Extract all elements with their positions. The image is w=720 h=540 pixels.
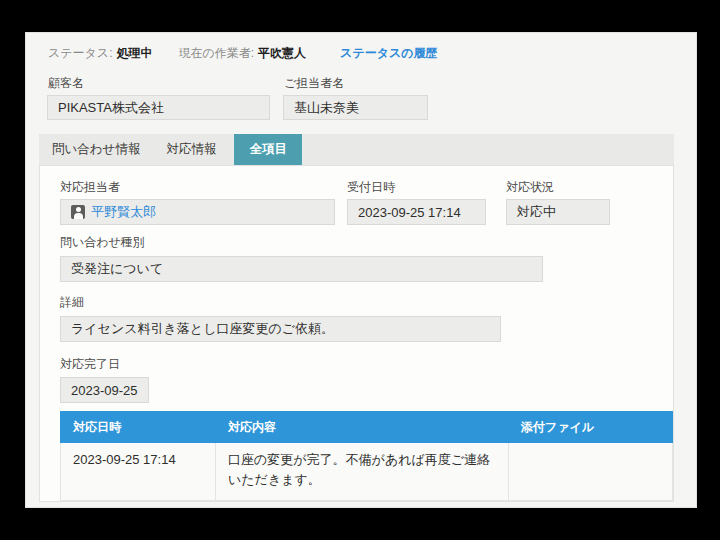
- status-bar: ステータス: 処理中 現在の作業者: 平吹憲人 ステータスの履歴: [48, 45, 438, 62]
- status-segment: ステータス: 処理中: [48, 45, 152, 62]
- detail-label: 詳細: [60, 294, 84, 311]
- assignee-field: 平野賢太郎: [60, 199, 335, 225]
- column-header-response-datetime: 対応日時: [61, 412, 216, 443]
- tab-inquiry-info[interactable]: 問い合わせ情報: [39, 134, 153, 165]
- status-history-link[interactable]: ステータスの履歴: [340, 45, 437, 62]
- detail-value: ライセンス料引き落とし口座変更のご依頼。: [71, 320, 334, 338]
- worker-value: 平吹憲人: [258, 45, 306, 62]
- worker-label: 現在の作業者:: [178, 45, 254, 62]
- received-datetime-value: 2023-09-25 17:14: [358, 205, 461, 220]
- customer-name-label: 顧客名: [48, 75, 84, 92]
- user-icon: [71, 205, 85, 219]
- response-status-value: 対応中: [517, 203, 556, 221]
- contact-name-field: 基山未奈美: [283, 95, 428, 120]
- column-header-response-content: 対応内容: [216, 412, 509, 443]
- worker-segment: 現在の作業者: 平吹憲人: [178, 45, 306, 62]
- tab-panel-all-fields: 対応担当者 平野賢太郎 受付日時 2023-09-25 17:14 対応状況 対…: [39, 165, 674, 502]
- contact-name-value: 基山未奈美: [294, 99, 359, 117]
- cell-attachment: [509, 443, 673, 501]
- customer-name-value: PIKASTA株式会社: [58, 99, 164, 117]
- received-datetime-field: 2023-09-25 17:14: [347, 199, 486, 225]
- column-header-attachment: 添付ファイル: [509, 412, 673, 443]
- detail-field: ライセンス料引き落とし口座変更のご依頼。: [60, 316, 501, 342]
- status-value: 処理中: [116, 45, 152, 62]
- inquiry-type-label: 問い合わせ種別: [60, 234, 145, 251]
- received-datetime-label: 受付日時: [347, 179, 395, 196]
- completed-date-value: 2023-09-25: [71, 383, 138, 398]
- completed-date-field: 2023-09-25: [60, 377, 149, 403]
- status-label: ステータス:: [48, 45, 112, 62]
- response-status-field: 対応中: [506, 199, 610, 225]
- cell-response-content: 口座の変更が完了。不備があれば再度ご連絡いただきます。: [216, 443, 509, 501]
- record-window: ステータス: 処理中 現在の作業者: 平吹憲人 ステータスの履歴 顧客名 PIK…: [25, 32, 697, 508]
- cell-response-datetime: 2023-09-25 17:14: [61, 443, 216, 501]
- response-status-label: 対応状況: [506, 179, 554, 196]
- contact-name-label: ご担当者名: [284, 75, 344, 92]
- assignee-label: 対応担当者: [60, 179, 120, 196]
- inquiry-type-value: 受発注について: [71, 260, 163, 278]
- tab-all-fields[interactable]: 全項目: [234, 134, 302, 165]
- table-row: 2023-09-25 17:14 口座の変更が完了。不備があれば再度ご連絡いただ…: [61, 443, 673, 501]
- completed-date-label: 対応完了日: [60, 356, 120, 373]
- tab-response-info[interactable]: 対応情報: [153, 134, 229, 165]
- customer-name-field: PIKASTA株式会社: [47, 95, 270, 120]
- tab-strip: 問い合わせ情報 対応情報 全項目: [39, 134, 674, 165]
- response-history-table: 対応日時 対応内容 添付ファイル 2023-09-25 17:14 口座の変更が…: [60, 411, 673, 501]
- table-header-row: 対応日時 対応内容 添付ファイル: [61, 412, 673, 443]
- app-screenshot: { "status_bar": { "status_label": "ステータス…: [0, 0, 720, 540]
- assignee-user-link[interactable]: 平野賢太郎: [91, 203, 156, 221]
- inquiry-type-field: 受発注について: [60, 256, 543, 282]
